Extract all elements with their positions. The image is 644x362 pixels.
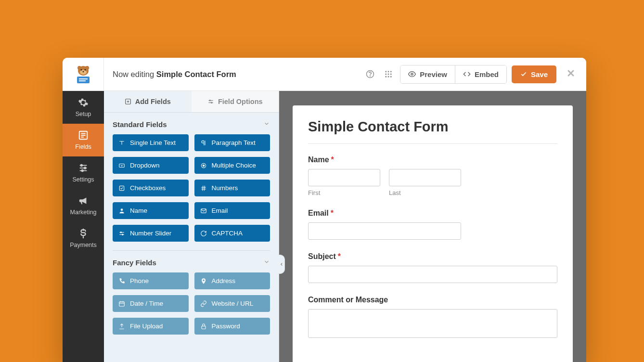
sublabel-last: Last [389,189,461,196]
field-multiple-choice[interactable]: Multiple Choice [194,157,270,174]
svg-rect-8 [79,78,88,79]
check-icon [520,71,527,78]
field-numbers[interactable]: Numbers [194,180,270,196]
field-paragraph-text[interactable]: Paragraph Text [194,134,270,151]
field-checkboxes[interactable]: Checkboxes [113,180,189,196]
collapse-panel-button[interactable] [278,255,285,274]
upload-icon [118,323,125,330]
subject-input[interactable] [308,266,557,283]
field-address[interactable]: Address [194,272,270,289]
svg-point-19 [388,76,389,78]
field-file-upload[interactable]: File Upload [113,318,189,335]
svg-point-5 [84,69,86,70]
tab-field-options[interactable]: Field Options [192,91,279,112]
field-website-url[interactable]: Website / URL [194,295,270,312]
app-window: Now editing Simple Contact Form Preview … [63,58,586,362]
svg-rect-9 [79,80,86,81]
svg-point-51 [120,232,121,233]
gear-icon [78,97,89,108]
svg-point-17 [390,74,392,75]
first-name-input[interactable] [308,169,380,186]
calendar-icon [118,300,125,307]
title-divider [308,143,557,144]
field-name[interactable]: Name [113,202,189,219]
standard-field-grid: Single Line Text Paragraph Text Dropdown… [113,134,270,242]
required-asterisk: * [338,252,341,260]
dollar-icon [78,228,89,239]
sidebar-item-marketing[interactable]: Marketing [63,189,104,222]
svg-point-52 [122,234,123,235]
form-canvas[interactable]: Simple Contact Form Name* First Last [293,105,573,362]
field-email[interactable]: Email [194,202,270,219]
sidebar-item-settings[interactable]: Settings [63,156,104,189]
svg-point-29 [81,165,83,167]
help-icon[interactable] [363,67,377,81]
apps-grid-icon[interactable] [382,67,395,81]
svg-point-18 [385,76,386,78]
svg-point-16 [388,74,389,75]
panel-scroll: Standard Fields Single Line Text Paragra… [104,113,279,362]
svg-point-13 [388,71,389,72]
close-button[interactable] [564,67,578,81]
form-field-comment[interactable]: Comment or Message [308,296,557,340]
sidebar-item-fields[interactable]: Fields [63,124,104,156]
form-field-subject[interactable]: Subject* [308,252,557,283]
close-icon [566,68,576,78]
sidebar-item-setup[interactable]: Setup [63,91,104,124]
field-datetime[interactable]: Date / Time [113,295,189,312]
sidebar-item-payments[interactable]: Payments [63,222,104,255]
preview-button[interactable]: Preview [400,65,455,83]
svg-point-21 [411,73,413,75]
field-label: Email* [308,209,557,218]
svg-point-4 [80,69,82,70]
logo[interactable] [63,58,104,91]
field-label: Name* [308,155,557,164]
link-icon [200,300,207,307]
required-asterisk: * [331,155,334,164]
form-name: Simple Contact Form [156,70,236,78]
user-icon [118,207,125,214]
fancy-field-grid: Phone Address Date / Time Website / URL … [113,272,270,335]
field-dropdown[interactable]: Dropdown [113,157,189,174]
megaphone-icon [78,195,89,206]
text-icon [118,140,125,146]
preview-embed-group: Preview Embed [400,65,507,84]
svg-point-6 [82,71,84,73]
form-field-email[interactable]: Email* [308,209,557,240]
radio-icon [200,162,207,169]
form-icon [78,130,89,141]
dropdown-icon [118,162,125,169]
sidebar-item-label: Setup [76,111,91,117]
field-number-slider[interactable]: Number Slider [113,225,189,242]
svg-point-15 [385,74,386,75]
sidebar-item-label: Marketing [70,209,97,216]
field-password[interactable]: Password [194,318,270,335]
section-fancy-fields[interactable]: Fancy Fields [113,251,270,272]
sliders-icon [78,163,89,173]
svg-line-46 [204,185,205,191]
sidebar-item-label: Fields [75,143,91,150]
eye-icon [408,70,416,78]
svg-point-47 [121,208,123,211]
mail-icon [200,207,207,214]
comment-textarea[interactable] [308,309,557,338]
chevron-left-icon [279,262,284,267]
section-standard-fields[interactable]: Standard Fields [113,113,270,134]
sidebar-item-label: Payments [70,242,97,248]
embed-button[interactable]: Embed [455,65,506,83]
last-name-input[interactable] [389,169,461,186]
svg-point-30 [84,167,86,169]
field-phone[interactable]: Phone [113,272,189,289]
code-icon [463,70,471,78]
app-body: Setup Fields Settings Marketing Payments [63,91,586,362]
field-single-line-text[interactable]: Single Line Text [113,134,189,151]
form-field-name[interactable]: Name* First Last [308,155,557,196]
save-button[interactable]: Save [512,65,556,83]
tab-add-fields[interactable]: Add Fields [104,91,192,112]
svg-point-12 [385,71,386,72]
sublabel-first: First [308,189,380,196]
svg-rect-39 [119,164,125,167]
email-input[interactable] [308,222,461,240]
svg-rect-53 [119,301,125,306]
field-captcha[interactable]: CAPTCHA [194,225,270,242]
